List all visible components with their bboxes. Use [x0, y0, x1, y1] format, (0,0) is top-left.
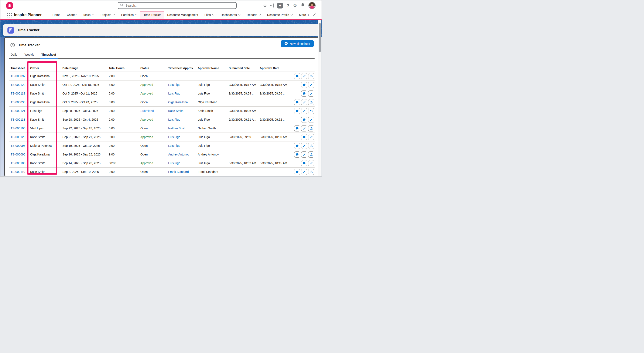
nav-item-chatter[interactable]: Chatter [64, 10, 80, 19]
edit-action-button[interactable] [301, 108, 307, 114]
row-actions [290, 143, 314, 149]
chat-icon [296, 74, 299, 78]
timesheet-id-link[interactable]: TS-000106 [9, 126, 29, 130]
approval-date-cell: 9/30/2025, 09:56 ... [258, 92, 290, 95]
nav-item-portfolios[interactable]: Portfolios [118, 10, 140, 19]
timesheet-approver-link[interactable]: Luis Figo [167, 162, 196, 165]
chat-icon [302, 92, 306, 95]
tab-daily[interactable]: Daily [10, 52, 18, 58]
scrollbar-thumb[interactable] [319, 23, 321, 52]
new-timesheet-button[interactable]: New Timesheet [281, 40, 314, 47]
edit-action-button[interactable] [308, 90, 314, 97]
timesheet-id-link[interactable]: TS-000121 [9, 109, 29, 112]
timesheet-approver-link[interactable]: Katie Smith [167, 109, 196, 112]
nav-item-resource-management[interactable]: Resource Management [164, 10, 201, 19]
timesheet-approver-link[interactable]: Luis Figo [167, 135, 196, 139]
notifications-bell-icon[interactable] [301, 3, 305, 8]
tab-timesheet[interactable]: Timesheet [41, 52, 56, 58]
nav-item-projects[interactable]: Projects [97, 10, 118, 19]
edit-action-button[interactable] [301, 169, 307, 175]
favorites-star-icon[interactable] [262, 3, 268, 8]
edit-action-button[interactable] [308, 160, 314, 166]
header-actions: + ? ⚙ [262, 0, 316, 10]
total-hours-cell: 3:00 [108, 100, 139, 104]
edit-action-button[interactable] [301, 152, 307, 158]
table-row: TS-000119Katie SmithOct 5, 2025 - Oct 11… [9, 89, 314, 98]
app-launcher-waffle-icon[interactable] [7, 12, 12, 18]
edit-action-button[interactable] [308, 116, 314, 123]
chat-action-button[interactable] [301, 134, 307, 140]
chat-action-button[interactable] [294, 108, 300, 114]
chat-action-button[interactable] [301, 90, 307, 97]
chat-action-button[interactable] [301, 116, 307, 123]
timesheet-id-link[interactable]: TS-000119 [9, 92, 29, 95]
nav-item-resource-profile[interactable]: Resource Profile [264, 10, 296, 19]
owner-cell: Olga Karalkina [29, 74, 61, 78]
chat-icon [296, 110, 299, 112]
timesheet-approver-link[interactable]: Nathan Smith [167, 126, 196, 130]
user-avatar[interactable] [308, 2, 316, 9]
timesheet-id-link[interactable]: TS-000122 [9, 83, 29, 86]
edit-action-button[interactable] [301, 73, 307, 79]
upload-action-button[interactable] [308, 125, 314, 132]
chat-action-button[interactable] [294, 73, 300, 79]
timesheet-id-link[interactable]: TS-000095 [9, 153, 29, 156]
owner-cell: Katie Smith [29, 118, 61, 121]
search-input[interactable] [125, 4, 234, 8]
edit-nav-pencil-icon[interactable] [313, 13, 316, 17]
timesheet-id-link[interactable]: TS-000118 [9, 118, 29, 121]
timesheet-id-link[interactable]: TS-000096 [9, 100, 29, 104]
nav-item-home[interactable]: Home [49, 10, 64, 19]
help-icon[interactable]: ? [286, 3, 289, 8]
timesheet-approver-link[interactable]: Luis Figo [167, 144, 196, 148]
window-scrollbar[interactable] [318, 20, 321, 176]
favorites-caret-icon[interactable] [268, 3, 274, 8]
edit-action-button[interactable] [308, 134, 314, 140]
nav-item-time-tracker[interactable]: Time Tracker [140, 10, 164, 19]
timesheet-id-link[interactable]: TS-000098 [9, 144, 29, 148]
chat-action-button[interactable] [294, 125, 300, 132]
timesheet-approver-link[interactable]: Luis Figo [167, 118, 196, 121]
tab-weekly[interactable]: Weekly [24, 52, 34, 58]
timesheet-id-link[interactable]: TS-000097 [9, 74, 29, 78]
submitted-date-cell: 9/30/2025, 10:02 AM [228, 162, 258, 165]
timesheet-id-link[interactable]: TS-000110 [9, 170, 29, 174]
upload-action-button[interactable] [308, 143, 314, 149]
status-cell: Submitted [139, 109, 167, 112]
setup-gear-icon[interactable]: ⚙ [293, 3, 297, 8]
chat-action-button[interactable] [301, 82, 307, 88]
submitted-date-cell: 9/30/2025, 10:06 AM [228, 109, 258, 112]
chat-action-button[interactable] [294, 169, 300, 175]
nav-item-more[interactable]: More▼ [296, 10, 313, 19]
upload-action-button[interactable] [308, 99, 314, 105]
timesheet-approver-link[interactable]: Frank Standard [167, 170, 196, 174]
edit-action-button[interactable] [301, 143, 307, 149]
chat-action-button[interactable] [294, 99, 300, 105]
add-icon[interactable]: + [277, 3, 283, 8]
upload-icon [310, 144, 313, 148]
timesheet-id-link[interactable]: TS-000103 [9, 162, 29, 165]
edit-action-button[interactable] [308, 82, 314, 88]
chat-action-button[interactable] [294, 152, 300, 158]
upload-action-button[interactable] [308, 152, 314, 158]
global-search[interactable] [118, 2, 236, 9]
timesheet-id-link[interactable]: TS-000120 [9, 135, 29, 139]
nav-item-reports[interactable]: Reports [244, 10, 264, 19]
column-header-approval-date: Approval Date [258, 66, 290, 70]
timesheet-approver-link[interactable]: Luis Figo [167, 83, 196, 86]
owner-cell: Olga Karalkina [29, 100, 61, 104]
chat-action-button[interactable] [301, 160, 307, 166]
timesheet-approver-link[interactable]: Olga Karalkina [167, 100, 196, 104]
edit-action-button[interactable] [301, 99, 307, 105]
app-logo-icon[interactable]: ✽ [6, 2, 14, 9]
nav-item-dashboards[interactable]: Dashboards [218, 10, 244, 19]
edit-action-button[interactable] [301, 125, 307, 132]
upload-action-button[interactable] [308, 73, 314, 79]
undo-action-button[interactable] [308, 108, 314, 114]
nav-item-files[interactable]: Files [201, 10, 218, 19]
timesheet-approver-link[interactable]: Luis Figo [167, 92, 196, 95]
chat-action-button[interactable] [294, 143, 300, 149]
upload-action-button[interactable] [308, 169, 314, 175]
nav-item-tasks[interactable]: Tasks [80, 10, 97, 19]
timesheet-approver-link[interactable]: Andrey Antonov [167, 153, 196, 156]
